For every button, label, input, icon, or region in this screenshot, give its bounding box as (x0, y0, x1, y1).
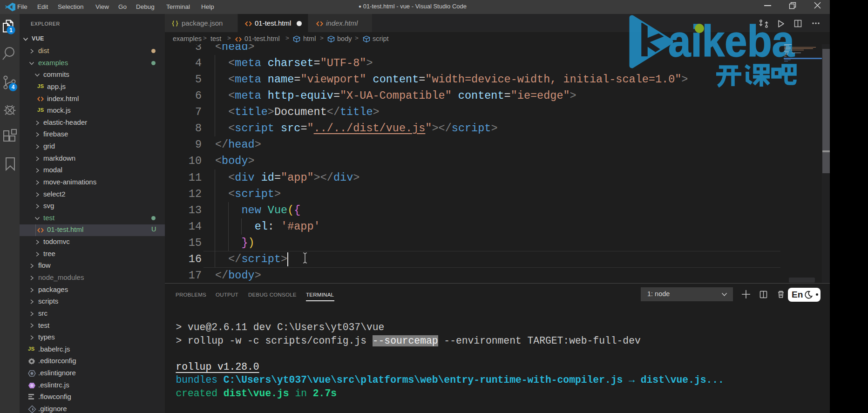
svg-text:4: 4 (12, 84, 15, 90)
svg-text:1: 1 (9, 27, 13, 34)
svg-text:aikeba: aikeba (668, 17, 795, 66)
